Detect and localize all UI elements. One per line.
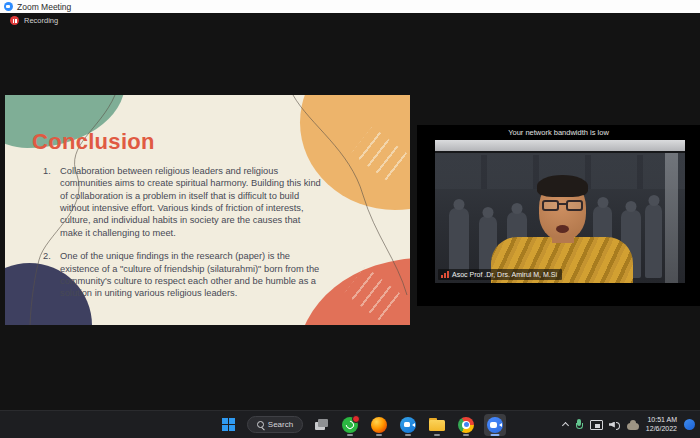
microphone-tray-icon[interactable] [575, 419, 583, 431]
notification-badge [352, 415, 360, 423]
start-button[interactable] [218, 414, 240, 436]
hidden-icons-chevron[interactable] [562, 422, 569, 429]
glasses [542, 200, 583, 212]
firefox-button[interactable] [368, 414, 390, 436]
whatsapp-icon [342, 417, 358, 433]
recording-label: Recording [24, 16, 58, 25]
slide-list-item: 2. One of the unique findings in the res… [43, 250, 321, 299]
speaker-mouth [556, 225, 569, 233]
glasses-lens [566, 200, 583, 211]
speaker-person [435, 140, 685, 283]
weather-cloud-icon[interactable] [627, 423, 639, 430]
chrome-icon [458, 417, 474, 433]
zoom-icon [487, 417, 503, 433]
list-item-number: 2. [43, 250, 60, 299]
speaker-hair [537, 175, 588, 197]
taskbar-search[interactable]: Search [247, 416, 303, 433]
task-view-icon [315, 419, 328, 430]
recording-icon [10, 16, 19, 25]
task-view-button[interactable] [310, 414, 332, 436]
zoom-meeting-window: Zoom Meeting Recording Conclusion 1. Co [0, 0, 700, 438]
window-titlebar: Zoom Meeting [0, 0, 700, 13]
blue-app-button[interactable] [397, 414, 419, 436]
chrome-button[interactable] [455, 414, 477, 436]
file-explorer-icon [429, 418, 445, 431]
blue-app-icon [400, 417, 416, 433]
recording-indicator[interactable]: Recording [10, 16, 58, 25]
windows-logo-icon [222, 418, 235, 431]
video-frame: Asoc Prof .Dr, Drs. Amirul M, M.Si [435, 140, 685, 283]
list-item-text: One of the unique findings in the resear… [60, 250, 321, 299]
speaker-video-panel[interactable]: Your network bandwidth is low [417, 125, 700, 306]
tray-time: 10:51 AM [646, 416, 677, 425]
search-icon [257, 421, 264, 428]
notification-center-badge[interactable] [684, 419, 695, 430]
window-title: Zoom Meeting [17, 2, 71, 12]
zoom-taskbar-button[interactable] [484, 414, 506, 436]
firefox-icon [371, 417, 387, 433]
meeting-content-area: Recording Conclusion 1. Collaboration be… [0, 13, 700, 410]
network-signal-icon [441, 271, 449, 278]
list-item-number: 1. [43, 165, 60, 239]
slide-title: Conclusion [32, 129, 155, 155]
shared-slide: Conclusion 1. Collaboration between reli… [5, 95, 410, 325]
screen-share-tray-icon[interactable] [590, 420, 602, 430]
bandwidth-warning: Your network bandwidth is low [417, 128, 700, 137]
search-label: Search [268, 420, 293, 429]
whatsapp-button[interactable] [339, 414, 361, 436]
system-tray: 10:51 AM 12/6/2022 [563, 411, 695, 438]
slide-list-item: 1. Collaboration between religious leade… [43, 165, 321, 239]
participant-name-tag: Asoc Prof .Dr, Drs. Amirul M, M.Si [438, 269, 562, 280]
tray-date: 12/6/2022 [646, 425, 677, 434]
speaker-head [539, 180, 586, 240]
slide-list: 1. Collaboration between religious leade… [43, 165, 321, 300]
volume-icon[interactable] [609, 420, 620, 429]
glasses-lens [542, 200, 559, 211]
participant-name: Asoc Prof .Dr, Drs. Amirul M, M.Si [452, 271, 557, 278]
windows-taskbar: Search [0, 410, 700, 438]
list-item-text: Collaboration between religious leaders … [60, 165, 321, 239]
file-explorer-button[interactable] [426, 414, 448, 436]
zoom-app-icon [4, 2, 13, 11]
taskbar-clock[interactable]: 10:51 AM 12/6/2022 [646, 416, 677, 434]
